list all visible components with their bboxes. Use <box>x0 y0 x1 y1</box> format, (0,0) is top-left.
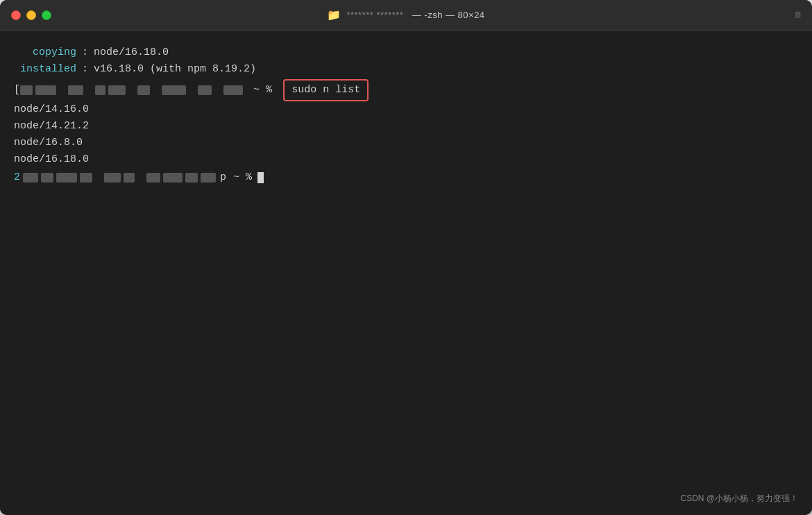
installed-value: v16.18.0 (with npm 8.19.2) <box>94 61 256 78</box>
maximize-button[interactable] <box>42 10 51 20</box>
copying-value: node/16.18.0 <box>94 44 169 61</box>
node-version-3: node/16.8.0 <box>14 135 798 151</box>
command-box-container: sudo n list <box>283 79 369 101</box>
terminal-body[interactable]: copying : node/16.18.0 installed : v16.1… <box>0 31 812 515</box>
titlebar-center: 📁 ******* ******* — -zsh — 80×24 <box>327 8 484 22</box>
prompt-redacted <box>20 82 243 99</box>
bracket-left: [ <box>14 82 20 99</box>
bottom-prompt-redacted: 2 p ~ % <box>14 169 256 186</box>
command-highlight: sudo n list <box>283 79 369 101</box>
copying-colon: : <box>82 44 88 61</box>
copying-line: copying : node/16.18.0 <box>14 44 798 61</box>
traffic-lights[interactable] <box>11 10 51 20</box>
minimize-button[interactable] <box>26 10 36 20</box>
bottom-prompt-symbol: ~ % <box>233 169 252 186</box>
node-version-list: node/14.16.0 node/14.21.2 node/16.8.0 no… <box>14 101 798 168</box>
folder-icon: 📁 <box>327 8 341 22</box>
copying-label: copying <box>14 44 76 61</box>
installed-label: installed <box>14 61 76 78</box>
watermark: CSDN @小杨小杨，努力变强！ <box>680 492 798 505</box>
node-version-2: node/14.21.2 <box>14 118 798 135</box>
prompt-symbol: ~ % <box>247 82 272 99</box>
titlebar-title: ******* ******* — -zsh — 80×24 <box>346 10 484 20</box>
titlebar: 📁 ******* ******* — -zsh — 80×24 ≡ <box>0 0 812 31</box>
titlebar-scrollbar-icon: ≡ <box>795 9 801 22</box>
prompt-command-line: [ ~ % sudo n list <box>14 79 798 101</box>
terminal-window: 📁 ******* ******* — -zsh — 80×24 ≡ copyi… <box>0 0 812 515</box>
bottom-prompt-line: 2 p ~ % <box>14 169 798 186</box>
installed-line: installed : v16.18.0 (with npm 8.19.2) <box>14 61 798 78</box>
cursor <box>257 172 264 183</box>
node-version-1: node/14.16.0 <box>14 101 798 118</box>
installed-colon: : <box>82 61 88 78</box>
close-button[interactable] <box>11 10 21 20</box>
node-version-4: node/16.18.0 <box>14 151 798 168</box>
